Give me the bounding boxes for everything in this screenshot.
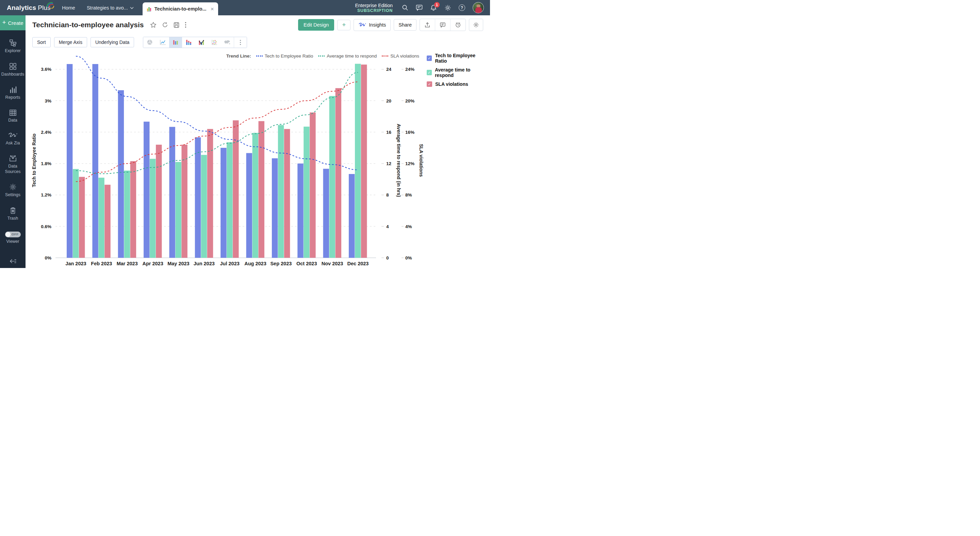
notifications-bell-icon[interactable]: 1 [430, 5, 437, 11]
map-chart-icon[interactable] [221, 37, 234, 48]
more-chart-types-icon[interactable] [234, 37, 247, 48]
bar-tech-to-employee-ratio-11[interactable] [349, 174, 355, 258]
bar-tech-to-employee-ratio-1[interactable] [92, 64, 98, 258]
tab-close-icon[interactable]: × [211, 6, 214, 12]
bar-sla-violations-8[interactable] [284, 129, 290, 258]
bar-sla-violations-3[interactable] [156, 145, 162, 258]
explorer-icon [9, 39, 17, 47]
bar-average-time-to-respond-6[interactable] [227, 142, 232, 258]
bar-sla-violations-10[interactable] [336, 88, 341, 258]
zia-insights-button[interactable]: Insights [353, 19, 391, 31]
bar-sla-violations-7[interactable] [259, 121, 264, 258]
create-button[interactable]: + Create [0, 15, 25, 30]
legend-item-tech-to-employee-ratio[interactable]: ✓ Tech to Employee Ratio [427, 53, 487, 64]
report-settings-button[interactable] [469, 19, 483, 31]
left-axis-tick: 3% [45, 99, 51, 104]
nav-home-label: Home [62, 5, 75, 11]
edit-design-button[interactable]: Edit Design [298, 19, 334, 31]
avatar[interactable] [473, 2, 484, 13]
sidebar-item-trash[interactable]: Trash [0, 207, 25, 221]
underlying-data-button[interactable]: Underlying Data [91, 37, 134, 47]
sidebar-item-explorer[interactable]: Explorer [0, 39, 25, 54]
bar-tech-to-employee-ratio-9[interactable] [298, 163, 303, 258]
help-icon[interactable]: ? [459, 5, 465, 11]
bar-tech-to-employee-ratio-3[interactable] [143, 121, 150, 258]
comments-icon[interactable] [435, 19, 450, 31]
bar-sla-violations-0[interactable] [79, 177, 85, 258]
refresh-icon[interactable] [162, 22, 168, 28]
bar-average-time-to-respond-1[interactable] [98, 178, 104, 258]
more-options-kebab-icon[interactable] [185, 22, 186, 28]
sidebar-item-data-sources[interactable]: Data Sources [0, 155, 25, 174]
title-action-icons [150, 22, 186, 28]
x-axis-label: Nov 2023 [321, 261, 343, 266]
share-button[interactable]: Share [394, 19, 417, 31]
bar-average-time-to-respond-9[interactable] [304, 127, 309, 258]
nav-workspace-dropdown[interactable]: Strategies to avo... [87, 5, 134, 11]
x-axis-label: Jun 2023 [194, 261, 215, 266]
bar-average-time-to-respond-0[interactable] [73, 169, 79, 258]
save-icon[interactable] [173, 22, 179, 28]
sidebar-item-reports[interactable]: Reports [0, 86, 25, 100]
right-axis1-title: Average time to respond (in hrs) [396, 124, 401, 197]
logo-swoosh-icon [46, 1, 55, 8]
sidebar-item-data[interactable]: Data [0, 109, 25, 123]
scatter-chart-icon[interactable] [208, 37, 221, 48]
tab-technician-to-employee[interactable]: Technician-to-emplo... × [143, 2, 218, 15]
bar-tech-to-employee-ratio-2[interactable] [118, 90, 124, 258]
analytics-plus-logo[interactable]: Analytics Plus [7, 4, 50, 11]
bar-chart-icon[interactable] [169, 37, 182, 48]
edition-line2: SUBSCRIPTION [355, 8, 393, 13]
settings-gear-icon[interactable] [444, 5, 451, 11]
sidebar-item-ask-zia[interactable]: Ask Zia [0, 132, 25, 146]
sidebar: + Create Explorer Dashboards [0, 15, 25, 268]
bar-tech-to-employee-ratio-10[interactable] [323, 169, 329, 258]
sidebar-item-label: Trash [8, 216, 18, 221]
favorite-star-icon[interactable] [150, 22, 156, 28]
bar-average-time-to-respond-4[interactable] [175, 162, 181, 258]
pie-chart-icon[interactable] [143, 37, 156, 48]
combo-chart-icon[interactable] [195, 37, 208, 48]
bar-tech-to-employee-ratio-7[interactable] [247, 153, 252, 258]
bar-average-time-to-respond-2[interactable] [124, 171, 130, 258]
bar-average-time-to-respond-8[interactable] [278, 125, 284, 258]
bar-sla-violations-11[interactable] [361, 65, 367, 258]
bar-average-time-to-respond-5[interactable] [201, 155, 207, 258]
bar-tech-to-employee-ratio-8[interactable] [272, 158, 278, 258]
bar-sla-violations-5[interactable] [207, 129, 213, 258]
feedback-icon[interactable] [416, 5, 423, 11]
bar-average-time-to-respond-10[interactable] [329, 96, 335, 258]
bar-tech-to-employee-ratio-0[interactable] [67, 64, 73, 258]
bar-average-time-to-respond-3[interactable] [150, 159, 156, 258]
merge-axis-button[interactable]: Merge Axis [54, 37, 87, 47]
bar-tech-to-employee-ratio-6[interactable] [221, 148, 226, 258]
legend-item-sla-violations[interactable]: ✓ SLA violations [427, 81, 487, 87]
export-icon[interactable] [420, 19, 435, 31]
header-buttons: Edit Design + Insights Share [298, 19, 483, 31]
sort-button[interactable]: Sort [32, 37, 51, 47]
collapse-sidebar-button[interactable] [0, 258, 25, 264]
legend-item-average-time-to-respond[interactable]: ✓ Average time to respond [427, 67, 487, 78]
stacked-bar-chart-icon[interactable] [182, 37, 195, 48]
line-chart-icon[interactable] [156, 37, 169, 48]
alerts-clock-icon[interactable] [450, 19, 466, 31]
gear-icon [473, 22, 479, 28]
bar-tech-to-employee-ratio-4[interactable] [169, 127, 175, 258]
bar-sla-violations-2[interactable] [130, 161, 136, 258]
search-icon[interactable] [401, 5, 408, 11]
right-axis1-tick: 16 [386, 130, 392, 135]
bar-tech-to-employee-ratio-5[interactable] [195, 137, 201, 258]
viewer-toggle[interactable]: OFF [5, 231, 21, 237]
nav-home[interactable]: Home [62, 5, 75, 11]
sidebar-item-settings[interactable]: Settings [0, 183, 25, 198]
bar-sla-violations-4[interactable] [181, 145, 187, 258]
bar-sla-violations-1[interactable] [105, 185, 110, 258]
data-sources-icon [9, 155, 17, 162]
bar-sla-violations-9[interactable] [310, 112, 315, 258]
bar-average-time-to-respond-7[interactable] [253, 133, 258, 258]
left-axis-tick: 2.4% [41, 130, 51, 135]
sidebar-item-dashboards[interactable]: Dashboards [0, 63, 25, 77]
add-report-button[interactable]: + [337, 20, 350, 30]
x-axis-label: Sep 2023 [270, 261, 292, 266]
bar-average-time-to-respond-11[interactable] [355, 64, 361, 258]
